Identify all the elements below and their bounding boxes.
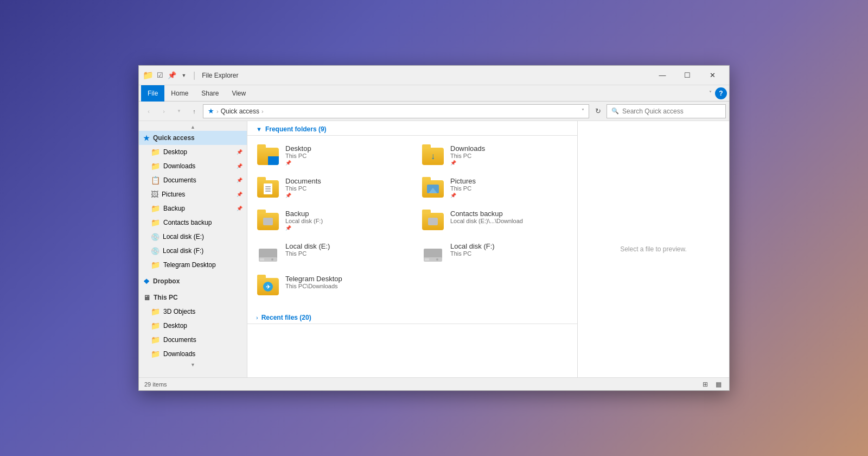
downloads-folder-icon-wrap: ↓ <box>421 144 445 168</box>
sidebar-item-desktop-2[interactable]: 📁 Desktop <box>139 319 247 333</box>
folder-item-backup[interactable]: Backup Local disk (F:) 📌 <box>247 205 412 238</box>
contacts-backup-folder-info: Contacts backup Local disk (E:)\...\Down… <box>450 210 569 224</box>
large-icons-view-button[interactable]: ▦ <box>713 379 724 390</box>
sidebar-item-telegram[interactable]: 📁 Telegram Desktop <box>139 258 247 272</box>
sidebar-item-downloads-2[interactable]: 📁 Downloads <box>139 347 247 361</box>
sidebar-documents-label: Documents <box>163 176 196 184</box>
sidebar-item-downloads[interactable]: 📁 Downloads 📌 <box>139 159 247 173</box>
recent-locations-button[interactable]: ▼ <box>173 105 186 118</box>
sidebar-item-documents[interactable]: 📋 Documents 📌 <box>139 173 247 187</box>
sidebar-item-this-pc[interactable]: 🖥 This PC <box>139 290 247 305</box>
pictures-folder-sub: This PC <box>450 185 569 192</box>
tab-home[interactable]: Home <box>164 85 195 102</box>
window-controls: — ☐ ✕ <box>650 66 725 85</box>
address-path[interactable]: ★ › Quick access › ˅ <box>203 104 589 118</box>
folder-item-pictures[interactable]: Pictures This PC 📌 <box>412 173 577 205</box>
sidebar-item-3d-objects[interactable]: 📁 3D Objects <box>139 305 247 319</box>
address-chevron-icon[interactable]: ˅ <box>582 108 584 114</box>
sidebar-item-quick-access[interactable]: ★ Quick access <box>139 131 247 145</box>
downloads-pin-icon: 📌 <box>450 160 569 166</box>
help-button[interactable]: ? <box>715 87 727 99</box>
sidebar-item-desktop[interactable]: 📁 Desktop 📌 <box>139 145 247 159</box>
sidebar-downloads-label: Downloads <box>163 162 195 170</box>
disk-e-folder-info: Local disk (E:) This PC <box>285 242 404 257</box>
desktop-2-icon: 📁 <box>151 321 160 330</box>
documents-folder-sub: This PC <box>285 185 404 192</box>
collapse-icon: ▼ <box>256 126 262 132</box>
preview-pane: Select a file to preview. <box>577 121 729 377</box>
ribbon-chevron-icon[interactable]: ˅ <box>709 90 712 96</box>
maximize-button[interactable]: ☐ <box>675 66 700 85</box>
star-icon: ★ <box>143 134 150 142</box>
path-separator-2: › <box>261 108 264 115</box>
documents-folder-icon-wrap <box>256 177 280 201</box>
address-bar: ‹ › ▼ ↑ ★ › Quick access › ˅ ↻ 🔍 <box>139 102 729 121</box>
folder-item-documents[interactable]: Documents This PC 📌 <box>247 173 412 205</box>
tab-share[interactable]: Share <box>195 85 225 102</box>
downloads-folder-name: Downloads <box>450 144 569 153</box>
telegram-folder-name: Telegram Desktop <box>285 275 404 283</box>
title-bar-icons: 📁 ☑ 📌 ▼ <box>143 71 189 80</box>
sidebar-item-backup[interactable]: 📁 Backup 📌 <box>139 201 247 216</box>
pictures-mountain <box>427 185 439 193</box>
sidebar-scroll-down[interactable]: ▼ <box>139 361 247 369</box>
dropbox-icon: ❖ <box>143 277 150 286</box>
folder-item-desktop[interactable]: Desktop This PC 📌 <box>247 140 412 173</box>
minimize-button[interactable]: — <box>650 66 675 85</box>
sidebar-pictures-label: Pictures <box>162 191 185 198</box>
recent-files-title: Recent files (20) <box>261 314 311 321</box>
recent-files-header[interactable]: › Recent files (20) <box>247 309 577 324</box>
folder-item-downloads[interactable]: ↓ Downloads This PC 📌 <box>412 140 577 173</box>
search-icon: 🔍 <box>611 107 619 115</box>
folder-item-contacts-backup[interactable]: Contacts backup Local disk (E:)\...\Down… <box>412 205 577 238</box>
file-explorer-window: 📁 ☑ 📌 ▼ | File Explorer — ☐ ✕ File Home … <box>138 65 730 391</box>
content-area: ▼ Frequent folders (9) Desktop This PC 📌 <box>247 121 577 377</box>
sidebar-quick-access-label: Quick access <box>153 134 195 142</box>
backup-folder-shape <box>257 213 279 230</box>
dropdown-icon[interactable]: ▼ <box>179 71 189 80</box>
backup-folder-info: Backup Local disk (F:) 📌 <box>285 210 404 231</box>
search-input[interactable] <box>622 107 721 115</box>
back-button[interactable]: ‹ <box>142 105 155 118</box>
sidebar-disk-f-label: Local disk (F:) <box>163 247 203 255</box>
refresh-button[interactable]: ↻ <box>591 105 604 118</box>
pin-icon-desktop: 📌 <box>237 149 242 155</box>
frequent-folders-header[interactable]: ▼ Frequent folders (9) <box>247 121 577 136</box>
sidebar-item-local-disk-e[interactable]: 💿 Local disk (E:) <box>139 230 247 244</box>
backup-folder-name: Backup <box>285 210 404 218</box>
desktop-folder-info: Desktop This PC 📌 <box>285 144 404 166</box>
pictures-folder-shape <box>422 180 444 198</box>
svg-point-7 <box>436 258 438 261</box>
desktop-folder-shape <box>257 148 279 165</box>
sidebar-item-local-disk-f[interactable]: 💿 Local disk (F:) <box>139 244 247 258</box>
desktop-overlay <box>268 156 279 165</box>
pin-icon-pictures: 📌 <box>237 192 242 197</box>
folder-item-telegram[interactable]: ✈ Telegram Desktop This PC\Downloads <box>247 270 412 303</box>
close-button[interactable]: ✕ <box>700 66 725 85</box>
desktop-folder-icon: 📁 <box>151 148 160 156</box>
details-view-button[interactable]: ⊞ <box>700 379 711 390</box>
docs-line-3 <box>265 191 271 192</box>
tab-view[interactable]: View <box>225 85 252 102</box>
disk-e-icon: 💿 <box>151 233 159 241</box>
window-title: File Explorer <box>202 72 650 79</box>
up-button[interactable]: ↑ <box>188 105 201 118</box>
tab-file[interactable]: File <box>141 85 164 102</box>
sidebar-item-pictures[interactable]: 🖼 Pictures 📌 <box>139 187 247 201</box>
folder-item-disk-e[interactable]: Local disk (E:) This PC <box>247 238 412 270</box>
pin-icon-backup: 📌 <box>237 206 242 211</box>
backup-folder-icon-wrap <box>256 210 280 233</box>
folder-item-disk-f[interactable]: Local disk (F:) This PC <box>412 238 577 270</box>
sidebar-item-dropbox[interactable]: ❖ Dropbox <box>139 274 247 288</box>
search-box: 🔍 <box>607 104 726 118</box>
telegram-badge: ✈ <box>263 282 273 292</box>
docs-line-1 <box>265 186 271 187</box>
downloads-2-icon: 📁 <box>151 350 160 358</box>
sidebar-scroll-up[interactable]: ▲ <box>139 123 247 131</box>
contacts-backup-folder-name: Contacts backup <box>450 210 569 218</box>
main-layout: ▲ ★ Quick access 📁 Desktop 📌 📁 Downloads… <box>139 121 729 377</box>
telegram-folder-info: Telegram Desktop This PC\Downloads <box>285 275 404 289</box>
forward-button[interactable]: › <box>157 105 170 118</box>
sidebar-item-contacts-backup[interactable]: 📁 Contacts backup <box>139 216 247 230</box>
sidebar-item-documents-2[interactable]: 📁 Documents <box>139 333 247 347</box>
